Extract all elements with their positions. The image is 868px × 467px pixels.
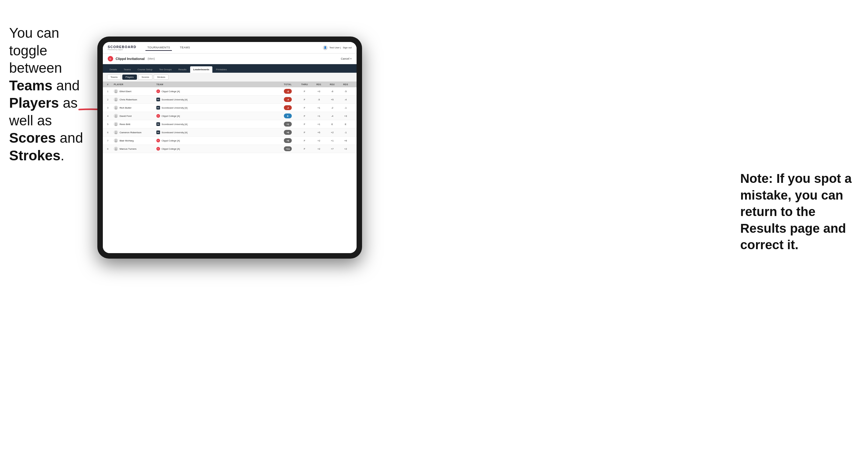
total-cell: -8 — [279, 89, 297, 94]
toggle-strokes[interactable]: Strokes — [154, 74, 168, 80]
col-spacer — [205, 83, 279, 86]
logo-area: SCOREBOARD Powered by clippd — [108, 45, 136, 51]
table-row: 4 David Ford C Clippd College [A] E F +1… — [103, 112, 356, 120]
tab-course-setup[interactable]: Course Setup — [134, 66, 155, 73]
table-row: 1 Elliot Ebert C Clippd College [A] -8 F… — [103, 87, 356, 96]
team-cell: C Clippd College [A] — [156, 139, 205, 143]
team-cell: C Clippd College [A] — [156, 114, 205, 118]
svg-point-15 — [115, 148, 117, 149]
toggle-scores[interactable]: Scores — [138, 74, 152, 80]
player-cell: Cameron Robertson — [114, 130, 156, 134]
team-name: Scoreboard University [A] — [161, 106, 187, 109]
signout-link[interactable]: Sign out — [343, 46, 352, 49]
table-row: 3 Rich Butler SU Scoreboard University [… — [103, 104, 356, 112]
tournament-header: C Clippd Invitational (Men) Cancel × — [103, 54, 356, 64]
tournament-logo: C — [108, 56, 113, 61]
thru-val: F — [297, 123, 312, 126]
rd2-val: -6 — [326, 90, 339, 93]
tablet-screen: SCOREBOARD Powered by clippd TOURNAMENTS… — [103, 42, 356, 253]
player-avatar — [114, 114, 118, 118]
team-logo-clippd: C — [156, 139, 160, 143]
thru-val: F — [297, 98, 312, 101]
svg-point-3 — [115, 99, 117, 100]
player-avatar — [114, 122, 118, 126]
score-badge: +8 — [284, 138, 292, 143]
col-total: TOTAL — [279, 83, 297, 86]
top-nav: SCOREBOARD Powered by clippd TOURNAMENTS… — [103, 42, 356, 54]
tournament-gender: (Men) — [148, 57, 155, 60]
total-cell: +8 — [279, 138, 297, 143]
toggle-players[interactable]: Players — [122, 74, 137, 80]
tab-details[interactable]: Details — [106, 66, 120, 73]
row-num: 2 — [107, 98, 114, 101]
rd2-val: E — [326, 123, 339, 126]
svg-point-5 — [115, 107, 117, 108]
tab-printables[interactable]: Printables — [213, 66, 230, 73]
team-name: Scoreboard University [A] — [161, 123, 187, 126]
row-num: 8 — [107, 148, 114, 150]
team-logo-clippd: C — [156, 147, 160, 151]
svg-point-14 — [115, 141, 117, 143]
team-cell: SU Scoreboard University [A] — [156, 130, 205, 134]
player-name: David Ford — [120, 115, 131, 118]
tab-teams[interactable]: Teams — [121, 66, 134, 73]
rd3-val: -1 — [339, 131, 352, 134]
tab-leaderboards[interactable]: Leaderboards — [190, 66, 212, 73]
thru-val: F — [297, 90, 312, 93]
svg-point-2 — [115, 92, 117, 93]
svg-point-11 — [115, 131, 117, 133]
rd1-val: -5 — [312, 98, 326, 101]
table-row: 6 Cameron Robertson SU Scoreboard Univer… — [103, 128, 356, 136]
tab-tee-groups[interactable]: Tee Groups — [156, 66, 175, 73]
score-badge: -2 — [284, 105, 292, 110]
nav-teams[interactable]: TEAMS — [178, 45, 192, 51]
table-row: 2 Chris Robertson SU Scoreboard Universi… — [103, 96, 356, 104]
score-badge: +11 — [284, 146, 292, 151]
table-row: 5 Rees Britt SU Scoreboard University [A… — [103, 120, 356, 128]
col-team: TEAM — [156, 83, 205, 86]
rd1-val: +2 — [312, 139, 326, 142]
player-cell: Rich Butler — [114, 105, 156, 110]
col-rd2: RD2 — [326, 83, 339, 86]
cancel-button[interactable]: Cancel × — [341, 57, 352, 60]
rd3-val: E — [339, 123, 352, 126]
nav-tournaments[interactable]: TOURNAMENTS — [146, 45, 172, 51]
rd3-val: +3 — [339, 115, 352, 118]
team-cell: C Clippd College [A] — [156, 89, 205, 93]
row-num: 7 — [107, 139, 114, 142]
bold-scores: Scores — [9, 130, 56, 146]
tab-results[interactable]: Results — [175, 66, 190, 73]
rd3-val: -4 — [339, 98, 352, 101]
team-name: Clippd College [A] — [161, 90, 180, 93]
svg-point-9 — [115, 123, 117, 124]
rd3-val: +2 — [339, 148, 352, 150]
total-cell: -4 — [279, 97, 297, 102]
player-avatar — [114, 89, 118, 93]
annotation-left: You can toggle between Teams and Players… — [9, 24, 97, 164]
svg-point-13 — [115, 139, 117, 141]
col-num: # — [107, 83, 114, 86]
player-cell: David Ford — [114, 114, 156, 118]
team-name: Clippd College [A] — [161, 148, 180, 150]
player-avatar — [114, 138, 118, 143]
table-rows-container: 1 Elliot Ebert C Clippd College [A] -8 F… — [103, 87, 356, 153]
score-badge: -4 — [284, 97, 292, 102]
player-avatar — [114, 97, 118, 102]
player-cell: Blair McHarg — [114, 138, 156, 143]
rd2-val: -4 — [326, 115, 339, 118]
tab-bar: Details Teams Course Setup Tee Groups Re… — [103, 64, 356, 73]
team-cell: SU Scoreboard University [A] — [156, 98, 205, 101]
rd2-val: +1 — [326, 139, 339, 142]
user-area: 👤 Test User | Sign out — [323, 45, 352, 50]
table-row: 8 Marcus Turners C Clippd College [A] +1… — [103, 145, 356, 153]
toggle-teams[interactable]: Teams — [107, 74, 121, 80]
team-cell: C Clippd College [A] — [156, 147, 205, 151]
leaderboard-table: # PLAYER TEAM TOTAL THRU RD1 RD2 RD3 1 E… — [103, 82, 356, 253]
player-name: Cameron Robertson — [120, 131, 142, 134]
rd2-val: +2 — [326, 131, 339, 134]
tablet-frame: SCOREBOARD Powered by clippd TOURNAMENTS… — [97, 36, 362, 258]
bold-players: Players — [9, 95, 59, 111]
svg-point-7 — [115, 115, 117, 116]
bold-teams: Teams — [9, 77, 52, 93]
player-avatar — [114, 147, 118, 151]
